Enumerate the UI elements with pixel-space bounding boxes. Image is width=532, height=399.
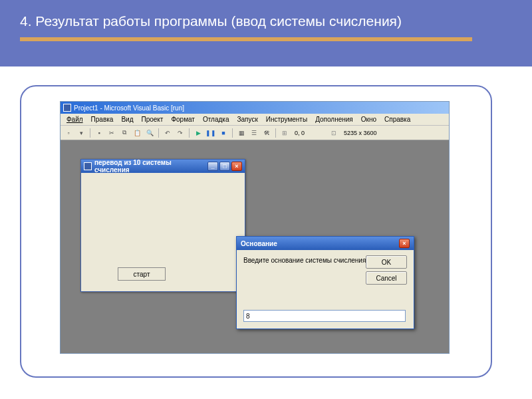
- menu-run[interactable]: Запуск: [233, 115, 261, 124]
- form-titlebar[interactable]: перевод из 10 системы счисления _ □ ×: [81, 160, 245, 173]
- inputbox-dialog: Основание × Введите основание системы сч…: [236, 236, 414, 329]
- cancel-button[interactable]: Cancel: [366, 271, 407, 285]
- tb-coords-pos: 0, 0: [295, 130, 305, 136]
- close-icon[interactable]: ×: [399, 239, 410, 248]
- ok-button[interactable]: OK: [366, 255, 407, 269]
- tb-redo-icon[interactable]: ↷: [175, 128, 186, 138]
- vb-title-text: Project1 - Microsoft Visual Basic [run]: [74, 104, 184, 112]
- tb-sep: [232, 128, 233, 138]
- inputbox-titlebar[interactable]: Основание ×: [237, 237, 414, 250]
- minimize-icon[interactable]: _: [207, 162, 218, 171]
- tb-explorer-icon[interactable]: ▦: [236, 128, 247, 138]
- tb-paste-icon[interactable]: 📋: [132, 128, 142, 138]
- tb-open-icon[interactable]: ▾: [76, 128, 86, 138]
- form-body: старт: [81, 173, 245, 291]
- vb-ide-window: Project1 - Microsoft Visual Basic [run] …: [60, 101, 450, 354]
- tb-undo-icon[interactable]: ↶: [162, 128, 173, 138]
- tb-run-icon[interactable]: ▶: [193, 128, 203, 138]
- content-frame: Project1 - Microsoft Visual Basic [run] …: [20, 85, 492, 378]
- tb-save-icon[interactable]: ▪: [94, 128, 104, 138]
- menu-project[interactable]: Проект: [138, 115, 166, 124]
- tb-pos-icon: ⊞: [279, 128, 290, 138]
- vb-titlebar: Project1 - Microsoft Visual Basic [run]: [61, 102, 449, 114]
- mdi-area: перевод из 10 системы счисления _ □ × ст…: [61, 140, 449, 353]
- slide-header: 4. Результат работы программы (ввод сист…: [0, 0, 532, 66]
- menu-tools[interactable]: Инструменты: [263, 115, 311, 124]
- menu-file[interactable]: Файл: [63, 115, 86, 124]
- menu-edit[interactable]: Правка: [88, 115, 117, 124]
- menu-format[interactable]: Формат: [168, 115, 198, 124]
- menu-addins[interactable]: Дополнения: [312, 115, 356, 124]
- form-icon: [84, 162, 92, 170]
- inputbox-field[interactable]: [243, 310, 406, 322]
- tb-sep: [189, 128, 190, 138]
- menu-debug[interactable]: Отладка: [200, 115, 233, 124]
- close-icon[interactable]: ×: [231, 162, 242, 171]
- inputbox-title-text: Основание: [241, 240, 399, 247]
- inputbox-body: Введите основание системы счисления OK C…: [237, 250, 414, 329]
- vb-menubar: Файл Правка Вид Проект Формат Отладка За…: [61, 114, 449, 126]
- tb-sep: [158, 128, 159, 138]
- menu-window[interactable]: Окно: [358, 115, 380, 124]
- tb-sep: [275, 128, 276, 138]
- start-button[interactable]: старт: [118, 267, 166, 281]
- tb-cut-icon[interactable]: ✂: [106, 128, 117, 138]
- vb-app-icon: [63, 104, 71, 112]
- tb-find-icon[interactable]: 🔍: [144, 128, 155, 138]
- maximize-icon[interactable]: □: [219, 162, 230, 171]
- form-window: перевод из 10 системы счисления _ □ × ст…: [80, 159, 245, 292]
- tb-toolbox-icon[interactable]: 🛠: [261, 128, 272, 138]
- tb-new-icon[interactable]: ▫: [63, 128, 74, 138]
- tb-sep: [90, 128, 90, 138]
- tb-size-icon: ⊡: [329, 128, 339, 138]
- tb-pause-icon[interactable]: ❚❚: [205, 128, 216, 138]
- tb-copy-icon[interactable]: ⧉: [119, 128, 130, 138]
- tb-coords-size: 5235 x 3600: [344, 130, 377, 136]
- tb-props-icon[interactable]: ☰: [249, 128, 259, 138]
- menu-view[interactable]: Вид: [118, 115, 136, 124]
- vb-toolbar: ▫ ▾ ▪ ✂ ⧉ 📋 🔍 ↶ ↷ ▶ ❚❚ ■ ▦ ☰ 🛠 ⊞: [61, 126, 449, 140]
- menu-help[interactable]: Справка: [381, 115, 414, 124]
- tb-stop-icon[interactable]: ■: [218, 128, 229, 138]
- accent-line: [20, 37, 472, 41]
- form-title-text: перевод из 10 системы счисления: [94, 159, 205, 174]
- slide-title: 4. Результат работы программы (ввод сист…: [20, 12, 512, 31]
